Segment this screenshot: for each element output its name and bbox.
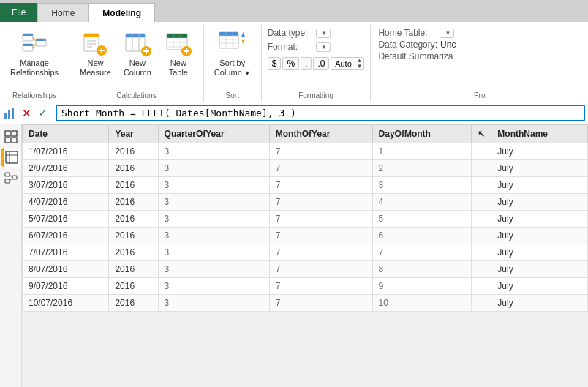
svg-rect-25: [167, 34, 187, 38]
cell-monthname: July: [491, 295, 588, 312]
cell-day: 3: [372, 177, 472, 194]
manage-relationships-label: Manage Relationships: [10, 59, 59, 78]
sort-group-label: Sort: [226, 91, 239, 102]
cell-year: 2016: [109, 261, 158, 278]
svg-rect-9: [84, 34, 99, 37]
svg-line-7: [33, 44, 36, 48]
relationship-view-icon[interactable]: [1, 168, 20, 187]
cell-year: 2016: [109, 194, 158, 211]
table-row: 3/07/2016 2016 3 7 3 July: [23, 177, 588, 194]
svg-marker-41: [241, 40, 245, 44]
cell-year: 2016: [109, 160, 158, 177]
formula-input[interactable]: [56, 105, 585, 121]
ribbon-group-properties: Home Table: ▼ Data Category: Unc Default…: [371, 25, 588, 102]
ribbon-group-formatting: Data type: ▼ Format: ▼ $ % , .0 Aut: [262, 25, 372, 102]
new-table-icon: [164, 31, 193, 57]
cell-quarter: 3: [158, 228, 269, 244]
dollar-button[interactable]: $: [268, 57, 282, 70]
cell-day: 1: [372, 143, 472, 160]
col-quarterofyear[interactable]: QuarterOfYear: [158, 125, 269, 143]
new-table-button[interactable]: NewTable: [159, 28, 197, 80]
cell-day: 4: [372, 194, 472, 211]
cell-quarter: 3: [158, 244, 269, 261]
cell-empty: [472, 278, 491, 295]
cell-day: 5: [372, 211, 472, 228]
format-row: Format: ▼: [268, 42, 331, 52]
col-cursor: ↖: [472, 125, 491, 143]
table-row: 5/07/2016 2016 3 7 5 July: [23, 211, 588, 228]
default-summarization-row: Default Summariza: [378, 51, 581, 61]
new-column-icon: [123, 31, 152, 57]
table-row: 7/07/2016 2016 3 7 7 July: [23, 244, 588, 261]
cell-quarter: 3: [158, 143, 269, 160]
svg-rect-50: [6, 151, 18, 163]
home-table-dropdown[interactable]: ▼: [440, 29, 454, 38]
data-category-row: Data Category: Unc: [378, 40, 581, 50]
cell-month: 7: [269, 244, 372, 261]
comma-button[interactable]: ,: [301, 57, 312, 70]
manage-relationships-button[interactable]: Manage Relationships: [6, 28, 63, 80]
data-table: Date Year QuarterOfYear MonthOfYear DayO…: [22, 124, 588, 312]
cell-date: 10/07/2016: [23, 295, 109, 312]
percent-button[interactable]: %: [282, 57, 299, 70]
cell-monthname: July: [491, 177, 588, 194]
cell-empty: [472, 261, 491, 278]
col-dayofmonth[interactable]: DayOfMonth: [372, 125, 472, 143]
new-measure-button[interactable]: NewMeasure: [75, 28, 116, 80]
new-measure-icon: [80, 31, 110, 57]
cell-month: 7: [269, 194, 372, 211]
ribbon-group-sort: Sort byColumn ▼ Sort: [204, 25, 262, 102]
col-year[interactable]: Year: [109, 125, 158, 143]
data-category-label: Data Category:: [378, 40, 437, 50]
cell-year: 2016: [109, 143, 158, 160]
report-view-icon[interactable]: [1, 127, 20, 146]
cell-year: 2016: [109, 228, 158, 244]
svg-rect-48: [12, 131, 17, 136]
cell-date: 7/07/2016: [23, 244, 109, 261]
svg-rect-43: [4, 113, 7, 119]
col-monthname[interactable]: MonthName: [491, 125, 588, 143]
svg-rect-49: [12, 138, 17, 143]
cell-date: 5/07/2016: [23, 211, 109, 228]
sort-by-column-label: Sort byColumn ▼: [214, 59, 251, 78]
cell-empty: [472, 228, 491, 244]
data-type-row: Data type: ▼: [268, 28, 331, 38]
tab-file[interactable]: File: [0, 3, 37, 22]
svg-rect-1: [23, 34, 33, 36]
cell-month: 7: [269, 295, 372, 312]
tab-home[interactable]: Home: [37, 3, 88, 22]
left-sidebar: [0, 124, 22, 387]
format-dropdown[interactable]: ▼: [316, 42, 331, 52]
table-row: 2/07/2016 2016 3 7 2 July: [23, 160, 588, 177]
cell-year: 2016: [109, 177, 158, 194]
col-date[interactable]: Date: [23, 125, 109, 143]
table-row: 9/07/2016 2016 3 7 9 July: [23, 278, 588, 295]
new-column-button[interactable]: NewColumn: [118, 28, 157, 80]
sort-by-column-button[interactable]: Sort byColumn ▼: [210, 28, 255, 80]
col-monthofyear[interactable]: MonthOfYear: [269, 125, 372, 143]
tab-modeling[interactable]: Modeling: [88, 3, 155, 22]
cell-quarter: 3: [158, 295, 269, 312]
cell-monthname: July: [491, 261, 588, 278]
data-type-label: Data type:: [268, 28, 312, 38]
svg-rect-53: [5, 173, 10, 176]
cell-day: 7: [372, 244, 472, 261]
cell-day: 10: [372, 295, 472, 312]
svg-line-6: [33, 37, 36, 41]
cancel-icon[interactable]: ✕: [19, 106, 34, 121]
cell-quarter: 3: [158, 177, 269, 194]
tab-bar: File Home Modeling: [0, 0, 588, 22]
confirm-icon[interactable]: ✓: [35, 106, 50, 121]
auto-spinner[interactable]: Auto ▲ ▼: [331, 57, 364, 70]
data-view-icon[interactable]: [1, 148, 20, 167]
home-table-label: Home Table:: [378, 28, 437, 38]
cell-month: 7: [269, 278, 372, 295]
cell-monthname: July: [491, 194, 588, 211]
relationships-group-label: Relationships: [12, 91, 56, 102]
cell-monthname: July: [491, 244, 588, 261]
cell-empty: [472, 160, 491, 177]
cell-month: 7: [269, 177, 372, 194]
decimal-button[interactable]: .0: [313, 57, 329, 70]
data-type-dropdown[interactable]: ▼: [316, 29, 331, 38]
cell-quarter: 3: [158, 261, 269, 278]
